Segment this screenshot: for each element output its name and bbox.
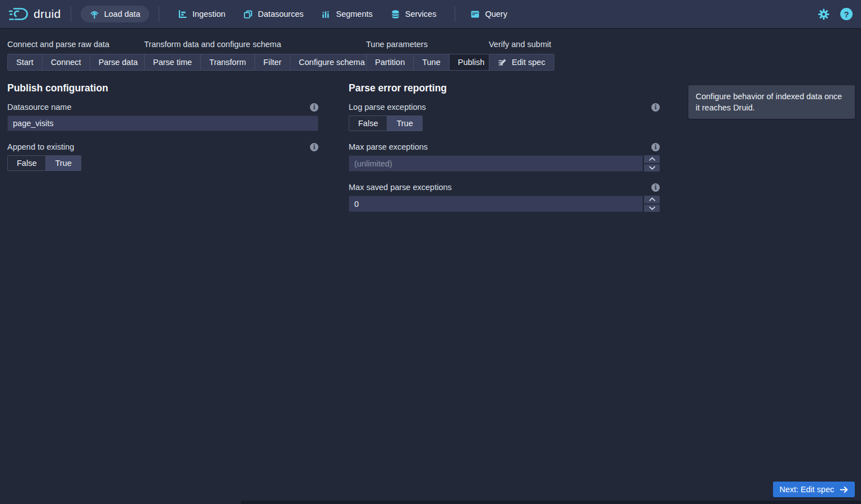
section-title-parse-error: Parse error reporting [349, 82, 660, 94]
datasources-icon [243, 10, 253, 19]
append-true-button[interactable]: True [45, 155, 81, 171]
chevron-down-icon [649, 206, 655, 210]
chevron-up-icon [649, 157, 655, 161]
parse-error-reporting-section: Parse error reporting Log parse exceptio… [349, 82, 660, 223]
info-icon[interactable]: i [651, 103, 660, 112]
step-filter[interactable]: Filter [254, 54, 290, 71]
append-to-existing-label: Append to existing [7, 142, 74, 151]
nav-item-datasources[interactable]: Datasources [243, 10, 303, 19]
spinner-down-button[interactable] [644, 164, 660, 172]
step-connect[interactable]: Connect [42, 54, 90, 71]
max-saved-parse-exceptions-group: Max saved parse exceptions i [349, 182, 660, 212]
number-spinner [644, 155, 660, 172]
log-parse-true-button[interactable]: True [387, 115, 422, 131]
step-publish-current[interactable]: Publish [449, 54, 494, 71]
druid-logo[interactable]: druid [8, 6, 61, 22]
step-partition[interactable]: Partition [366, 54, 414, 71]
edit-spec-icon [498, 58, 507, 67]
info-icon[interactable]: i [651, 143, 660, 151]
info-icon[interactable]: i [651, 183, 660, 192]
chevron-up-icon [649, 197, 655, 201]
max-parse-exceptions-label: Max parse exceptions [349, 142, 428, 151]
navbar-right-actions: ? [818, 8, 853, 20]
services-icon [391, 10, 400, 19]
step-tune[interactable]: Tune [413, 54, 450, 71]
next-edit-spec-button[interactable]: Next: Edit spec [773, 482, 855, 497]
max-saved-parse-exceptions-input[interactable] [349, 196, 643, 212]
info-icon[interactable]: i [310, 103, 318, 112]
step-group-label: Connect and parse raw data [7, 40, 147, 49]
nav-item-label: Query [485, 10, 507, 19]
spinner-down-button[interactable] [644, 205, 660, 212]
arrow-right-icon [839, 485, 849, 494]
datasource-name-label: Datasource name [7, 103, 71, 112]
chevron-down-icon [649, 166, 655, 170]
number-spinner [644, 196, 660, 212]
nav-item-label: Load data [104, 10, 141, 19]
nav-item-label: Datasources [258, 10, 303, 19]
step-group-label: Verify and submit [489, 40, 554, 49]
navbar-divider [159, 7, 159, 21]
step-parse-time[interactable]: Parse time [144, 54, 201, 71]
nav-item-services[interactable]: Services [391, 10, 437, 19]
log-parse-exceptions-group: Log parse exceptions i False True [349, 102, 660, 131]
upload-icon [90, 10, 99, 19]
bottom-shadow-strip [241, 501, 861, 504]
settings-button[interactable] [818, 8, 830, 20]
query-icon [470, 10, 480, 19]
log-parse-false-button[interactable]: False [349, 115, 387, 131]
help-icon: ? [840, 8, 853, 20]
next-button-label: Next: Edit spec [779, 485, 834, 494]
append-to-existing-group: Append to existing i False True [7, 142, 318, 171]
nav-item-label: Segments [336, 10, 372, 19]
nav-item-label: Services [405, 10, 437, 19]
top-navbar: druid Load data Ingestion [0, 0, 861, 28]
navbar-divider [71, 7, 71, 21]
spinner-up-button[interactable] [644, 196, 660, 204]
append-to-existing-toggle: False True [7, 155, 81, 171]
step-edit-spec[interactable]: Edit spec [489, 54, 554, 71]
brand-name: druid [34, 7, 61, 21]
step-group-connect: Connect and parse raw data Start Connect… [7, 40, 147, 71]
spinner-up-button[interactable] [644, 155, 660, 163]
step-group-label: Tune parameters [366, 40, 493, 49]
step-configure-schema[interactable]: Configure schema [290, 54, 374, 71]
datasource-name-input[interactable] [7, 115, 318, 131]
druid-console: druid Load data Ingestion [0, 0, 861, 504]
navbar-divider [455, 7, 455, 21]
nav-item-query[interactable]: Query [470, 10, 507, 19]
nav-item-load-data[interactable]: Load data [81, 6, 150, 22]
datasource-name-group: Datasource name i [7, 102, 318, 131]
info-icon[interactable]: i [310, 143, 318, 151]
help-button[interactable]: ? [840, 8, 853, 20]
nav-item-ingestion[interactable]: Ingestion [178, 10, 225, 19]
step-info-callout: Configure behavior of indexed data once … [688, 85, 855, 119]
step-start[interactable]: Start [7, 54, 43, 71]
nav-item-segments[interactable]: Segments [321, 10, 372, 19]
gear-icon [818, 8, 830, 20]
step-transform[interactable]: Transform [200, 54, 255, 71]
append-false-button[interactable]: False [7, 155, 46, 171]
log-parse-exceptions-label: Log parse exceptions [349, 103, 426, 112]
section-title-publish: Publish configuration [7, 82, 318, 94]
segments-icon [321, 10, 331, 19]
max-saved-parse-exceptions-label: Max saved parse exceptions [349, 183, 452, 192]
nav-item-label: Ingestion [192, 10, 225, 19]
log-parse-exceptions-toggle: False True [349, 115, 423, 131]
step-group-tune: Tune parameters Partition Tune Publish [366, 40, 493, 71]
step-group-verify: Verify and submit Edit spec [489, 40, 554, 71]
step-edit-spec-label: Edit spec [512, 58, 545, 67]
publish-configuration-section: Publish configuration Datasource name i … [7, 82, 318, 182]
druid-logo-icon [8, 6, 29, 22]
step-group-label: Transform data and configure schema [144, 40, 374, 49]
step-parse-data[interactable]: Parse data [90, 54, 147, 71]
max-parse-exceptions-group: Max parse exceptions i [349, 142, 660, 172]
step-group-transform: Transform data and configure schema Pars… [144, 40, 374, 71]
ingestion-icon [178, 10, 187, 19]
max-parse-exceptions-input[interactable] [349, 155, 643, 172]
